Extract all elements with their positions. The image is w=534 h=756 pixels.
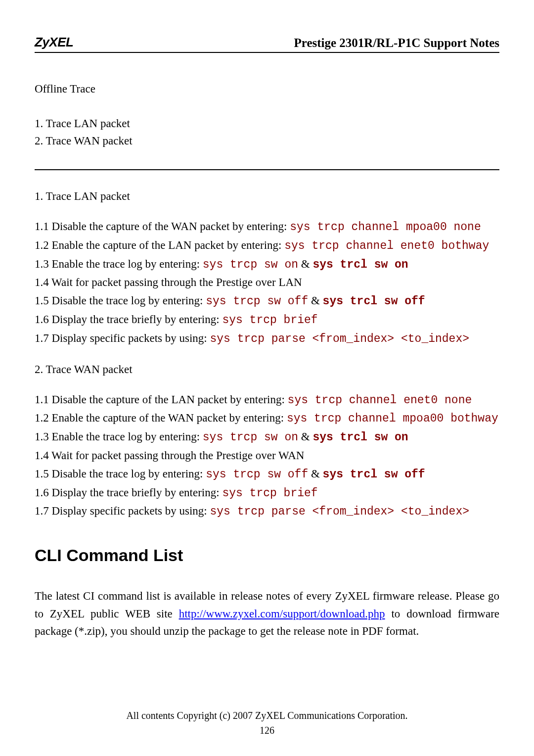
command-text: sys trcp parse <from_index> <to_index> — [210, 505, 470, 518]
step-text: 1.7 Display specific packets by using: — [35, 332, 210, 344]
step-text: 1.2 Enable the capture of the WAN packet… — [35, 412, 287, 424]
command-text: sys trcp channel enet0 bothway — [284, 239, 489, 252]
section-title-lan: 1. Trace LAN packet — [35, 190, 499, 203]
step-text: 1.7 Display specific packets by using: — [35, 505, 210, 517]
command-text: sys trcp sw off — [206, 295, 308, 308]
wan-step-4: 1.4 Wait for packet passing through the … — [35, 447, 499, 465]
step-text: 1.1 Disable the capture of the LAN packe… — [35, 393, 288, 406]
amp-text: & — [298, 430, 312, 443]
step-text: 1.2 Enable the capture of the LAN packet… — [35, 239, 284, 251]
toc-item-2: 2. Trace WAN packet — [35, 133, 499, 150]
lan-step-7: 1.7 Display specific packets by using: s… — [35, 330, 499, 348]
toc-item-1: 1. Trace LAN packet — [35, 115, 499, 133]
lan-step-2: 1.2 Enable the capture of the LAN packet… — [35, 236, 499, 255]
command-text: sys trcp sw off — [206, 468, 308, 481]
section-title-wan: 2. Trace WAN packet — [35, 363, 499, 376]
wan-step-6: 1.6 Display the trace briefly by enterin… — [35, 484, 499, 503]
command-text: sys trcp brief — [222, 487, 317, 500]
lan-step-1: 1.1 Disable the capture of the WAN packe… — [35, 218, 499, 236]
horizontal-rule — [35, 169, 499, 170]
wan-step-5: 1.5 Disable the trace log by entering: s… — [35, 465, 499, 484]
lan-steps: 1.1 Disable the capture of the WAN packe… — [35, 218, 499, 348]
command-text: sys trcp channel enet0 none — [288, 394, 472, 407]
cli-paragraph: The latest CI command list is available … — [35, 587, 499, 640]
logo-text: ZyXEL — [35, 35, 73, 50]
page-header: ZyXEL Prestige 2301R/RL-P1C Support Note… — [35, 35, 499, 53]
footer-copyright: All contents Copyright (c) 2007 ZyXEL Co… — [0, 710, 534, 721]
command-text: sys trcp parse <from_index> <to_index> — [210, 332, 470, 345]
command-text: sys trcp channel mpoa00 none — [290, 221, 481, 234]
lan-step-3: 1.3 Enable the trace log by entering: sy… — [35, 255, 499, 274]
step-text: 1.3 Enable the trace log by entering: — [35, 258, 203, 270]
subheading-offline-trace: Offline Trace — [35, 83, 499, 95]
command-text: sys trcl sw off — [323, 468, 425, 481]
amp-text: & — [298, 258, 312, 270]
page-number: 126 — [0, 725, 534, 736]
command-text: sys trcp sw on — [203, 258, 298, 271]
command-text: sys trcp channel mpoa00 bothway — [287, 412, 498, 425]
lan-step-5: 1.5 Disable the trace log by entering: s… — [35, 292, 499, 311]
step-text: 1.5 Disable the trace log by entering: — [35, 294, 206, 307]
amp-text: & — [308, 468, 322, 480]
wan-steps: 1.1 Disable the capture of the LAN packe… — [35, 391, 499, 521]
command-text: sys trcp brief — [222, 314, 317, 327]
step-text: 1.6 Display the trace briefly by enterin… — [35, 313, 222, 326]
lan-step-6: 1.6 Display the trace briefly by enterin… — [35, 311, 499, 330]
download-link[interactable]: http://www.zyxel.com/support/download.ph… — [179, 608, 385, 620]
lan-step-4: 1.4 Wait for packet passing through the … — [35, 274, 499, 292]
step-text: 1.6 Display the trace briefly by enterin… — [35, 486, 222, 499]
command-text: sys trcl sw off — [323, 295, 425, 308]
header-title: Prestige 2301R/RL-P1C Support Notes — [294, 36, 499, 50]
wan-step-2: 1.2 Enable the capture of the WAN packet… — [35, 409, 499, 428]
command-text: sys trcl sw on — [312, 258, 408, 271]
step-text: 1.5 Disable the trace log by entering: — [35, 468, 206, 480]
wan-step-1: 1.1 Disable the capture of the LAN packe… — [35, 391, 499, 410]
wan-step-7: 1.7 Display specific packets by using: s… — [35, 502, 499, 521]
step-text: 1.3 Enable the trace log by entering: — [35, 430, 203, 443]
wan-step-3: 1.3 Enable the trace log by entering: sy… — [35, 428, 499, 447]
command-text: sys trcl sw on — [312, 431, 408, 444]
command-text: sys trcp sw on — [203, 431, 298, 444]
step-text: 1.1 Disable the capture of the WAN packe… — [35, 220, 290, 233]
table-of-contents: 1. Trace LAN packet 2. Trace WAN packet — [35, 115, 499, 149]
cli-heading: CLI Command List — [35, 546, 499, 565]
amp-text: & — [308, 294, 322, 307]
